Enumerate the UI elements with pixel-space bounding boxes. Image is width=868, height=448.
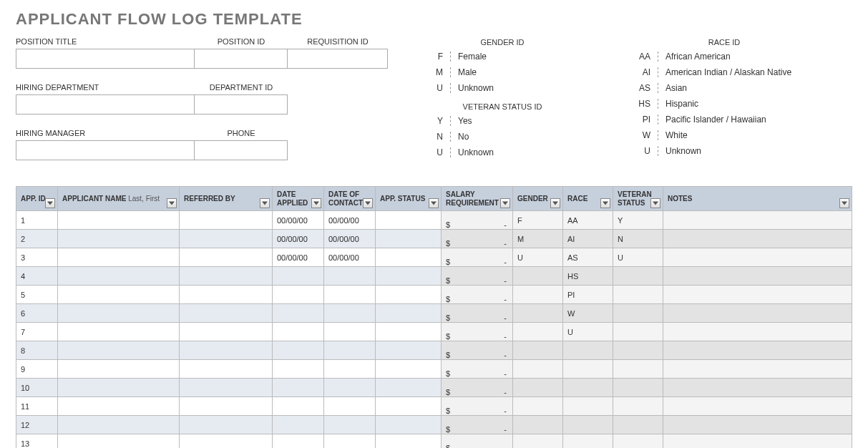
cell-veteran[interactable] <box>613 416 663 434</box>
cell-applicant-name[interactable] <box>58 416 180 434</box>
cell-applicant-name[interactable] <box>58 379 180 397</box>
cell-race[interactable] <box>563 341 613 360</box>
cell-date-contact[interactable] <box>324 304 376 323</box>
cell-date-applied[interactable] <box>273 286 324 304</box>
filter-icon[interactable] <box>839 198 849 208</box>
cell-date-applied[interactable] <box>273 360 324 379</box>
cell-app-status[interactable] <box>376 323 442 341</box>
cell-salary[interactable]: $- <box>442 360 513 379</box>
cell-veteran[interactable] <box>613 267 663 286</box>
cell-app-status[interactable] <box>376 211 442 230</box>
cell-applicant-name[interactable] <box>58 360 180 379</box>
filter-icon[interactable] <box>550 198 560 208</box>
cell-date-contact[interactable]: 00/00/00 <box>324 230 376 248</box>
input-hiring-manager[interactable] <box>16 140 195 160</box>
cell-date-contact[interactable] <box>324 434 376 449</box>
cell-app-status[interactable] <box>376 379 442 397</box>
cell-race[interactable] <box>563 416 613 434</box>
cell-salary[interactable]: $- <box>442 267 513 286</box>
cell-notes[interactable] <box>663 286 852 304</box>
cell-app-id[interactable]: 5 <box>16 286 58 304</box>
cell-gender[interactable] <box>513 434 563 449</box>
cell-notes[interactable] <box>663 341 852 360</box>
cell-race[interactable]: AI <box>563 230 613 248</box>
cell-date-applied[interactable] <box>273 267 324 286</box>
cell-applicant-name[interactable] <box>58 248 180 267</box>
cell-applicant-name[interactable] <box>58 397 180 416</box>
cell-app-status[interactable] <box>376 341 442 360</box>
cell-app-status[interactable] <box>376 360 442 379</box>
cell-race[interactable]: AA <box>563 211 613 230</box>
cell-date-applied[interactable] <box>273 341 324 360</box>
cell-app-id[interactable]: 11 <box>16 397 58 416</box>
input-requisition-id[interactable] <box>288 49 388 69</box>
cell-notes[interactable] <box>663 379 852 397</box>
input-hiring-department[interactable] <box>16 94 195 115</box>
cell-salary[interactable]: $- <box>442 286 513 304</box>
cell-gender[interactable] <box>513 286 563 304</box>
cell-gender[interactable] <box>513 341 563 360</box>
cell-salary[interactable]: $- <box>442 379 513 397</box>
cell-race[interactable] <box>563 379 613 397</box>
cell-date-applied[interactable]: 00/00/00 <box>273 248 324 267</box>
cell-referred-by[interactable] <box>180 286 273 304</box>
cell-app-id[interactable]: 9 <box>16 360 58 379</box>
cell-app-id[interactable]: 10 <box>16 379 58 397</box>
filter-icon[interactable] <box>167 198 177 208</box>
cell-date-contact[interactable]: 00/00/00 <box>324 248 376 267</box>
cell-app-id[interactable]: 13 <box>16 434 58 449</box>
cell-referred-by[interactable] <box>180 416 273 434</box>
cell-applicant-name[interactable] <box>58 286 180 304</box>
cell-salary[interactable]: $- <box>442 248 513 267</box>
cell-gender[interactable]: M <box>513 230 563 248</box>
cell-race[interactable] <box>563 360 613 379</box>
cell-app-status[interactable] <box>376 304 442 323</box>
cell-app-status[interactable] <box>376 267 442 286</box>
cell-date-applied[interactable] <box>273 323 324 341</box>
cell-date-contact[interactable] <box>324 360 376 379</box>
cell-date-applied[interactable]: 00/00/00 <box>273 230 324 248</box>
filter-icon[interactable] <box>363 198 373 208</box>
cell-referred-by[interactable] <box>180 323 273 341</box>
cell-salary[interactable]: $- <box>442 434 513 449</box>
cell-salary[interactable]: $- <box>442 304 513 323</box>
cell-referred-by[interactable] <box>180 341 273 360</box>
input-position-title[interactable] <box>16 49 195 69</box>
cell-gender[interactable]: F <box>513 211 563 230</box>
cell-gender[interactable] <box>513 416 563 434</box>
cell-date-applied[interactable] <box>273 397 324 416</box>
filter-icon[interactable] <box>429 198 439 208</box>
cell-date-contact[interactable] <box>324 323 376 341</box>
cell-date-contact[interactable] <box>324 379 376 397</box>
cell-app-status[interactable] <box>376 397 442 416</box>
cell-veteran[interactable]: U <box>613 248 663 267</box>
cell-date-applied[interactable]: 00/00/00 <box>273 211 324 230</box>
cell-race[interactable]: AS <box>563 248 613 267</box>
cell-race[interactable]: W <box>563 304 613 323</box>
cell-referred-by[interactable] <box>180 230 273 248</box>
cell-app-id[interactable]: 12 <box>16 416 58 434</box>
cell-gender[interactable] <box>513 379 563 397</box>
cell-salary[interactable]: $- <box>442 397 513 416</box>
input-phone[interactable] <box>195 140 288 160</box>
cell-date-contact[interactable] <box>324 267 376 286</box>
cell-referred-by[interactable] <box>180 360 273 379</box>
cell-date-applied[interactable] <box>273 416 324 434</box>
cell-race[interactable]: PI <box>563 286 613 304</box>
cell-referred-by[interactable] <box>180 211 273 230</box>
cell-app-status[interactable] <box>376 230 442 248</box>
cell-notes[interactable] <box>663 248 852 267</box>
cell-veteran[interactable] <box>613 397 663 416</box>
cell-app-id[interactable]: 8 <box>16 341 58 360</box>
cell-notes[interactable] <box>663 211 852 230</box>
cell-veteran[interactable] <box>613 341 663 360</box>
cell-gender[interactable] <box>513 323 563 341</box>
cell-date-contact[interactable] <box>324 286 376 304</box>
cell-applicant-name[interactable] <box>58 304 180 323</box>
cell-notes[interactable] <box>663 434 852 449</box>
cell-salary[interactable]: $- <box>442 323 513 341</box>
cell-applicant-name[interactable] <box>58 211 180 230</box>
cell-race[interactable]: HS <box>563 267 613 286</box>
input-department-id[interactable] <box>195 94 288 115</box>
cell-app-status[interactable] <box>376 416 442 434</box>
